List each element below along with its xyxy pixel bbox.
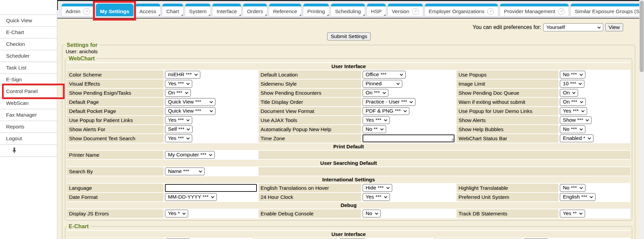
date-format-select[interactable]: MM-DD-YYYY *** bbox=[165, 193, 217, 201]
sidebar-item-e-chart[interactable]: E-Chart bbox=[0, 27, 57, 38]
menu-corner-icon bbox=[239, 14, 241, 16]
tab-interface[interactable]: Interface bbox=[212, 4, 241, 16]
chevron-down-icon bbox=[580, 100, 583, 103]
section-header: International Settings bbox=[67, 176, 630, 183]
pin-icon[interactable] bbox=[12, 148, 16, 153]
default-page-select[interactable]: Quick View *** bbox=[165, 98, 215, 106]
tab-provider-management[interactable]: Provider Management↗ bbox=[500, 4, 569, 16]
settings-for-fieldset: Settings for User: anichols WebChart Use… bbox=[62, 42, 635, 239]
show-pending-esign-tasks-select[interactable]: On *** bbox=[165, 89, 191, 97]
visual-effects-select[interactable]: Yes *** bbox=[165, 80, 192, 88]
show-alerts-for-select[interactable]: Self *** bbox=[165, 125, 193, 133]
show-document-text-search-select[interactable]: Yes *** bbox=[165, 135, 192, 142]
sidebar-item-logout[interactable]: Logout bbox=[0, 133, 57, 145]
show-help-bubbles-select[interactable]: No *** bbox=[560, 125, 585, 133]
echart-legend: E-Chart bbox=[67, 223, 91, 230]
english-translations-hover-select[interactable]: Hide *** bbox=[363, 184, 392, 192]
preferred-unit-system-select[interactable]: English *** bbox=[560, 193, 596, 201]
menu-corner-icon bbox=[327, 14, 329, 16]
tab-access[interactable]: Access bbox=[135, 4, 160, 16]
default-pocket-page-select[interactable]: Quick View *** bbox=[165, 107, 215, 115]
scrollbar-thumb[interactable] bbox=[640, 1, 644, 72]
setting-label: Use Popups bbox=[456, 70, 558, 79]
language-input[interactable] bbox=[165, 184, 257, 192]
setting-label: Preferred Unit System bbox=[456, 193, 558, 201]
menu-corner-icon bbox=[158, 14, 160, 16]
sidebar-item-e-sign[interactable]: E-Sign bbox=[0, 74, 57, 86]
sidebar-item-checkin[interactable]: Checkin bbox=[0, 38, 57, 50]
settings-for-legend: Settings for bbox=[65, 42, 99, 48]
empty-cell bbox=[259, 167, 630, 176]
menu-corner-icon bbox=[265, 14, 267, 16]
tab-admin[interactable]: Admin ↗ bbox=[62, 4, 94, 16]
title-display-order-select[interactable]: Practice - User *** bbox=[363, 98, 415, 106]
setting-label: Search By bbox=[67, 167, 164, 176]
chevron-down-icon bbox=[199, 169, 202, 173]
sidebar-item-fax-manager[interactable]: Fax Manager bbox=[0, 109, 57, 121]
sidebar-item-task-list[interactable]: Task List bbox=[0, 62, 57, 74]
tab-employer-organizations[interactable]: Employer Organizations↗ bbox=[425, 4, 498, 16]
settings-row: Show Alerts For Self *** Automatically P… bbox=[67, 125, 630, 133]
track-db-statements-select[interactable]: Yes ** bbox=[560, 210, 585, 217]
menu-corner-icon bbox=[299, 14, 301, 16]
use-popup-patient-links-select[interactable]: Yes *** bbox=[165, 116, 192, 124]
show-alerts-select[interactable]: Show *** bbox=[560, 116, 591, 124]
webchart-status-bar-select[interactable]: Enabled * bbox=[560, 135, 594, 142]
sidebar-item-reports[interactable]: Reports bbox=[0, 121, 57, 133]
tab-chart[interactable]: Chart bbox=[162, 4, 183, 16]
popout-icon[interactable]: ↗ bbox=[83, 8, 90, 15]
enable-debug-console-select[interactable]: No bbox=[363, 210, 381, 217]
show-pending-encounters-select[interactable]: On *** bbox=[363, 89, 388, 97]
edit-preferences-for-select[interactable]: Yourself bbox=[543, 23, 603, 31]
image-limit-select[interactable]: 10 *** bbox=[560, 80, 584, 88]
sidebar-item-quick-view[interactable]: Quick View bbox=[0, 15, 57, 27]
sidebar: Quick View E-Chart Checkin Scheduler Tas… bbox=[0, 0, 57, 239]
scrollbar-track[interactable] bbox=[639, 0, 644, 239]
sidebar-item-control-panel[interactable]: Control Panel bbox=[0, 86, 57, 97]
tab-label: Orders bbox=[247, 8, 263, 14]
tab-orders[interactable]: Orders bbox=[243, 4, 267, 16]
printer-name-select[interactable]: My Computer *** bbox=[165, 151, 215, 159]
use-popup-user-demo-links-select[interactable]: Yes *** bbox=[560, 107, 587, 115]
use-popups-select[interactable]: No *** bbox=[560, 71, 585, 79]
24-hour-clock-select[interactable]: Yes *** bbox=[363, 193, 390, 201]
popout-icon[interactable]: ↗ bbox=[412, 8, 419, 15]
document-view-format-select[interactable]: PDF & PNG *** bbox=[363, 107, 409, 115]
warn-if-exiting-select[interactable]: On *** bbox=[560, 98, 586, 106]
setting-label: Show Pending Doc Queue bbox=[456, 89, 558, 97]
use-ajax-tools-select[interactable]: Yes *** bbox=[363, 116, 390, 124]
sidebar-item-label: E-Chart bbox=[6, 29, 24, 35]
menu-corner-icon bbox=[363, 14, 365, 16]
submit-settings-button[interactable]: Submit Settings bbox=[327, 32, 371, 40]
auto-popup-new-help-select[interactable]: No ** bbox=[363, 125, 386, 133]
show-pending-doc-queue-select[interactable]: On bbox=[560, 89, 578, 97]
tab-system[interactable]: System bbox=[185, 4, 211, 16]
tab-my-settings[interactable]: My Settings bbox=[96, 4, 133, 16]
tab-version[interactable]: Version↗ bbox=[388, 4, 423, 16]
popout-icon[interactable]: ↗ bbox=[558, 8, 565, 15]
chevron-down-icon bbox=[182, 211, 186, 215]
display-js-errors-select[interactable]: Yes * bbox=[165, 210, 188, 217]
tab-label: System bbox=[189, 8, 207, 14]
setting-label: Document View Format bbox=[259, 107, 361, 115]
tab-similar-exposure-groups[interactable]: Similar Exposure Groups (SEGs)↗ bbox=[571, 4, 644, 16]
popout-icon[interactable]: ↗ bbox=[487, 8, 494, 15]
search-by-select[interactable]: Name *** bbox=[165, 168, 205, 175]
highlight-translatable-select[interactable]: No *** bbox=[560, 184, 585, 192]
view-button[interactable]: View bbox=[605, 23, 623, 31]
tab-label: Similar Exposure Groups (SEGs) bbox=[575, 8, 644, 14]
sidemenu-style-select[interactable]: Pinned bbox=[363, 80, 402, 88]
chevron-down-icon bbox=[187, 127, 190, 130]
tab-hsp[interactable]: HSP bbox=[367, 4, 386, 16]
tab-printing[interactable]: Printing bbox=[303, 4, 329, 16]
time-zone-input[interactable] bbox=[363, 135, 454, 142]
tab-reference[interactable]: Reference bbox=[269, 4, 301, 16]
sidebar-item-label: Fax Manager bbox=[6, 112, 37, 118]
tab-scheduling[interactable]: Scheduling bbox=[331, 4, 365, 16]
chevron-down-icon bbox=[400, 72, 403, 76]
tab-label: Version bbox=[392, 8, 409, 14]
sidebar-item-scheduler[interactable]: Scheduler bbox=[0, 50, 57, 62]
sidebar-item-webscan[interactable]: WebScan bbox=[0, 97, 57, 109]
default-location-select[interactable]: Office *** bbox=[363, 71, 406, 79]
color-scheme-select[interactable]: miEHR *** bbox=[165, 71, 200, 79]
